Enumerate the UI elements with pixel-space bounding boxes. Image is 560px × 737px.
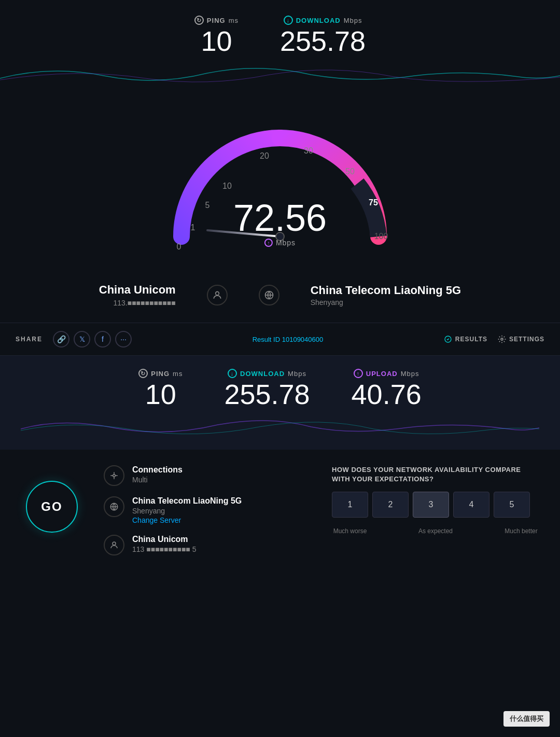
ping-value: 10 <box>194 27 239 55</box>
svg-text:0: 0 <box>177 242 181 251</box>
wave-line-top <box>0 60 560 91</box>
expectations-section: HOW DOES YOUR NETWORK AVAILABILITY COMPA… <box>332 465 539 535</box>
svg-point-23 <box>113 542 116 545</box>
download-icon: ↓ <box>284 16 293 25</box>
gauge-value: 72.56 <box>233 199 327 237</box>
settings-button[interactable]: SETTINGS <box>498 335 544 343</box>
svg-text:50: 50 <box>345 167 355 176</box>
svg-text:20: 20 <box>260 151 269 160</box>
server-globe-icon <box>104 496 124 517</box>
svg-text:1: 1 <box>191 223 195 232</box>
go-button[interactable]: GO <box>26 481 78 533</box>
download-value: 255.78 <box>280 27 366 55</box>
speedometer-section: 0 1 5 10 20 30 50 75 100 <box>0 91 560 273</box>
server-details: China Telecom LiaoNing 5G Shenyang Chang… <box>132 496 242 524</box>
svg-text:30: 30 <box>304 146 313 155</box>
gauge-container: 0 1 5 10 20 30 50 75 100 <box>150 102 410 257</box>
results-ping-value: 10 <box>138 380 183 408</box>
isp-name: China Unicom <box>99 283 176 297</box>
rating-2-button[interactable]: 2 <box>372 492 409 518</box>
rating-row: 1 2 3 4 5 <box>332 492 539 518</box>
gauge-value-container: 72.56 ↑ Mbps <box>233 199 327 247</box>
isp-details: China Unicom 113 ■■■■■■■■■■ 5 <box>132 535 196 553</box>
ping-stat: ↻ PING ms 10 <box>194 16 239 55</box>
provider-left: China Unicom 113.■■■■■■■■■■■ <box>99 283 176 307</box>
share-label: SHARE <box>16 336 43 343</box>
bar-actions: RESULTS SETTINGS <box>444 335 544 343</box>
bottom-section: GO Connections Multi <box>0 450 560 571</box>
connections-item: Connections Multi <box>104 465 311 486</box>
connections-details: Connections Multi <box>132 465 183 484</box>
go-button-container: GO <box>21 465 83 533</box>
results-button[interactable]: RESULTS <box>444 335 487 343</box>
svg-text:5: 5 <box>205 201 210 210</box>
isp-label: China Unicom <box>132 535 196 544</box>
change-server-button[interactable]: Change Server <box>132 516 242 524</box>
server-item: China Telecom LiaoNing 5G Shenyang Chang… <box>104 496 311 524</box>
svg-point-11 <box>215 291 219 295</box>
server-city: Shenyang <box>132 507 242 515</box>
results-upload-stat: ↑ UPLOAD Mbps 40.76 <box>352 369 422 408</box>
provider-right: China Telecom LiaoNing 5G Shenyang <box>311 284 461 307</box>
gauge-unit: Mbps <box>276 239 296 247</box>
download-stat: ↓ DOWNLOAD Mbps 255.78 <box>280 16 366 55</box>
result-id: Result ID 10109040600 <box>142 336 433 343</box>
label-much-better: Much better <box>503 527 539 535</box>
connection-info: Connections Multi China Telecom LiaoNing… <box>104 465 311 555</box>
share-facebook-button[interactable]: f <box>94 331 111 347</box>
svg-text:100: 100 <box>374 232 388 241</box>
server-name: China Telecom LiaoNing 5G <box>132 496 242 506</box>
upload-icon-gauge: ↑ <box>264 239 273 247</box>
svg-text:75: 75 <box>369 198 378 207</box>
isp-person-icon <box>104 535 124 555</box>
share-icons: 🔗 𝕏 f ··· <box>53 331 132 347</box>
results-download-icon: ↓ <box>228 369 237 378</box>
svg-text:10: 10 <box>222 182 232 190</box>
server-city: Shenyang <box>311 298 343 307</box>
ping-label: ↻ PING ms <box>194 16 239 25</box>
server-name: China Telecom LiaoNing 5G <box>311 284 461 297</box>
results-ping-stat: ↻ PING ms 10 <box>138 369 183 408</box>
results-download-stat: ↓ DOWNLOAD Mbps 255.78 <box>224 369 310 408</box>
results-wave <box>21 413 539 439</box>
label-as-expected: As expected <box>368 527 503 535</box>
rating-labels: Much worse As expected Much better <box>332 527 539 535</box>
results-stats: ↻ PING ms 10 ↓ DOWNLOAD Mbps 255.78 ↑ UP… <box>21 369 539 408</box>
results-upload-icon: ↑ <box>354 369 363 378</box>
isp-ip: 113 ■■■■■■■■■■ 5 <box>132 545 196 553</box>
isp-ip: 113.■■■■■■■■■■■ <box>113 299 175 307</box>
connections-title: Connections <box>132 465 183 475</box>
expectations-title: HOW DOES YOUR NETWORK AVAILABILITY COMPA… <box>332 465 539 484</box>
result-id-value[interactable]: 10109040600 <box>282 336 324 343</box>
top-stats: ↻ PING ms 10 ↓ DOWNLOAD Mbps 255.78 <box>0 0 560 60</box>
results-ping-icon: ↻ <box>138 369 148 378</box>
share-bar: SHARE 🔗 𝕏 f ··· Result ID 10109040600 RE… <box>0 323 560 356</box>
results-card: ↻ PING ms 10 ↓ DOWNLOAD Mbps 255.78 ↑ UP… <box>0 356 560 450</box>
share-twitter-button[interactable]: 𝕏 <box>74 331 90 347</box>
svg-point-16 <box>113 475 116 477</box>
gauge-unit-row: ↑ Mbps <box>233 239 327 247</box>
watermark: 什么值得买 <box>503 711 550 727</box>
provider-section: China Unicom 113.■■■■■■■■■■■ China Telec… <box>0 273 560 323</box>
connections-value: Multi <box>132 476 183 484</box>
globe-icon <box>259 285 279 305</box>
rating-4-button[interactable]: 4 <box>453 492 489 518</box>
rating-3-button[interactable]: 3 <box>413 492 449 518</box>
ping-icon: ↻ <box>194 16 204 25</box>
label-much-worse: Much worse <box>332 527 368 535</box>
results-ping-label: ↻ PING ms <box>138 369 183 378</box>
share-more-button[interactable]: ··· <box>115 331 132 347</box>
rating-5-button[interactable]: 5 <box>494 492 530 518</box>
person-icon <box>207 285 228 305</box>
results-download-value: 255.78 <box>224 380 310 408</box>
rating-1-button[interactable]: 1 <box>332 492 368 518</box>
results-download-label: ↓ DOWNLOAD Mbps <box>224 369 310 378</box>
svg-point-15 <box>501 338 503 340</box>
results-upload-label: ↑ UPLOAD Mbps <box>352 369 422 378</box>
share-link-button[interactable]: 🔗 <box>53 331 69 347</box>
isp-item: China Unicom 113 ■■■■■■■■■■ 5 <box>104 535 311 555</box>
results-upload-value: 40.76 <box>352 380 422 408</box>
connections-icon <box>104 465 124 486</box>
download-label: ↓ DOWNLOAD Mbps <box>280 16 366 25</box>
